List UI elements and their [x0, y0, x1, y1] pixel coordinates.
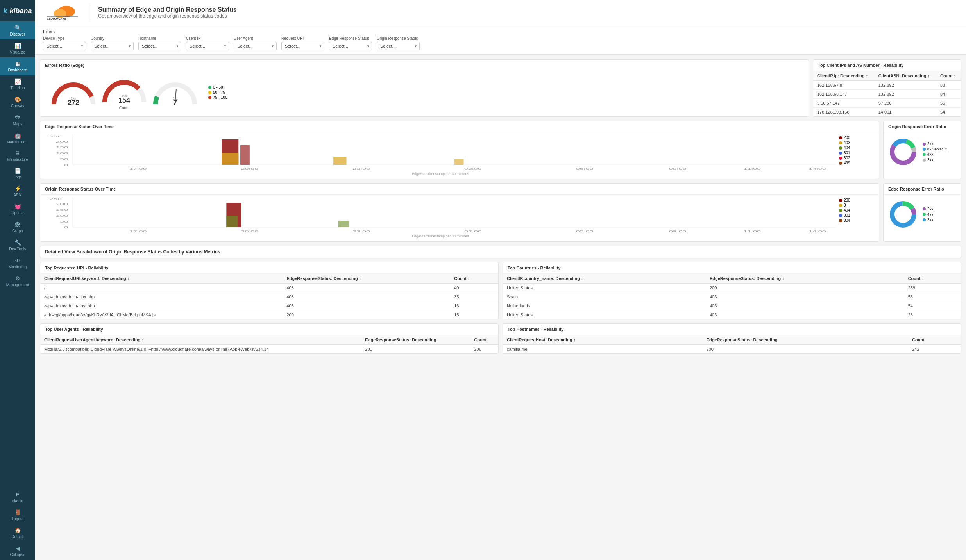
- th-count-uri: Count ↕: [450, 274, 498, 284]
- legend-302: 302: [839, 156, 874, 160]
- legend-0-origin: 0: [839, 203, 874, 207]
- filter-edge-response: Edge Response Status Select...: [329, 36, 372, 50]
- default-icon: 🏠: [14, 527, 21, 533]
- th-count-country: Count ↕: [904, 274, 961, 284]
- sidebar: kkibana 🔍 Discover 📊 Visualize ▦ Dashboa…: [0, 0, 35, 560]
- table-cell: 132,892: [875, 81, 936, 90]
- filter-select-origin-response[interactable]: Select...: [377, 42, 420, 50]
- filter-select-client-ip[interactable]: Select...: [186, 42, 229, 50]
- sidebar-label-timelion: Timelion: [10, 86, 25, 90]
- filter-select-edge-response[interactable]: Select...: [329, 42, 372, 50]
- top-user-agents-panel: Top User Agents - Reliability ClientRequ…: [40, 323, 499, 354]
- top-hostnames-title: Top Hostnames - Reliability: [503, 324, 961, 335]
- sidebar-item-graph[interactable]: 🕸 Graph: [0, 218, 35, 236]
- sidebar-label-management: Management: [6, 283, 29, 287]
- top-user-agents-title: Top User Agents - Reliability: [40, 324, 498, 335]
- sidebar-label-ml: Machine Le...: [7, 140, 28, 144]
- edge-status-title: Edge Response Status Over Time: [40, 121, 879, 132]
- filters-label: Filters: [43, 29, 958, 34]
- sidebar-item-maps[interactable]: 🗺 Maps: [0, 111, 35, 129]
- hostnames-table-header: ClientRequestHost: Descending ↕ EdgeResp…: [503, 335, 961, 345]
- gauge-2xx: 2xx 272: [48, 77, 99, 108]
- sidebar-item-ml[interactable]: 🤖 Machine Le...: [0, 129, 35, 147]
- gauge-3xx-svg: 3xx 7: [150, 77, 200, 108]
- dashboard-content: Errors Ratio (Edge) 2xx 272: [35, 55, 966, 560]
- svg-text:154: 154: [118, 96, 130, 104]
- legend-label-75-100: 75 - 100: [213, 95, 227, 100]
- sidebar-item-visualize[interactable]: 📊 Visualize: [0, 39, 35, 57]
- sidebar-item-uptime[interactable]: 💓 Uptime: [0, 200, 35, 218]
- sidebar-label-logout: Logout: [12, 517, 24, 521]
- table-cell: 57,286: [875, 99, 936, 108]
- errors-ratio-panel: Errors Ratio (Edge) 2xx 272: [40, 59, 809, 117]
- svg-text:02:00: 02:00: [464, 230, 482, 233]
- filter-user-agent: User Agent Select...: [234, 36, 277, 50]
- sidebar-item-management[interactable]: ⚙ Management: [0, 272, 35, 290]
- edge-chart-content: 0 50 100 150 200 250: [45, 136, 874, 176]
- edge-chart-legend: 200 403 404 301 302 499: [839, 136, 874, 176]
- svg-rect-21: [222, 153, 238, 165]
- top-uri-tbody: /40340/wp-admin/admin-ajax.php40335/wp-a…: [40, 284, 498, 319]
- svg-rect-2: [47, 16, 78, 16]
- sidebar-item-apm[interactable]: ⚡ APM: [0, 182, 35, 200]
- table-cell: 162.158.68.147: [813, 90, 875, 99]
- table-row: /cdn-cgi/apps/head/xVgyKhR-vV3dAUGhMqfBc…: [40, 310, 498, 319]
- filter-select-country[interactable]: Select...: [91, 42, 134, 50]
- table-row: United States40328: [503, 310, 961, 319]
- table-cell: 35: [450, 292, 498, 301]
- origin-chart-x-label: EdgeStartTimestamp per 30 minutes: [45, 234, 836, 238]
- sidebar-item-canvas[interactable]: 🎨 Canvas: [0, 93, 35, 111]
- table-cell: 5.56.57.147: [813, 99, 875, 108]
- visualize-icon: 📊: [14, 43, 21, 49]
- table-cell: 206: [470, 345, 499, 354]
- filter-hostname: Hostname Select...: [138, 36, 181, 50]
- sidebar-item-monitoring[interactable]: 👁 Monitoring: [0, 254, 35, 272]
- origin-donut-chart: [887, 136, 919, 168]
- table-cell: 200: [703, 345, 909, 354]
- dashboard-title: Summary of Edge and Origin Response Stat…: [98, 6, 237, 13]
- filter-label-user-agent: User Agent: [234, 36, 277, 41]
- svg-text:05:00: 05:00: [576, 167, 594, 170]
- sidebar-item-discover[interactable]: 🔍 Discover: [0, 21, 35, 39]
- sidebar-label-maps: Maps: [13, 122, 22, 126]
- filter-select-device[interactable]: Select...: [43, 42, 86, 50]
- legend-75-100: 75 - 100: [208, 95, 227, 100]
- sidebar-item-logout[interactable]: 🚪 Logout: [0, 506, 35, 524]
- filter-label-request-uri: Request URI: [281, 36, 324, 41]
- table-cell: /wp-admin/admin-ajax.php: [40, 292, 283, 301]
- edge-donut-chart: [887, 199, 919, 230]
- uptime-icon: 💓: [14, 203, 21, 210]
- sidebar-item-infrastructure[interactable]: 🖥 Infrastructure: [0, 147, 35, 164]
- th-client-ip: ClientIP.ip: Descending ↕: [813, 71, 875, 81]
- legend-304-origin: 304: [839, 218, 874, 223]
- table-cell: Netherlands: [503, 301, 706, 310]
- sidebar-item-dashboard[interactable]: ▦ Dashboard: [0, 57, 35, 75]
- th-country: ClientIP.country_name: Descending ↕: [503, 274, 706, 284]
- th-count-ua: Count: [470, 335, 499, 345]
- sidebar-item-collapse[interactable]: ◀ Collapse: [0, 542, 35, 560]
- apm-icon: ⚡: [14, 185, 21, 192]
- sidebar-item-default[interactable]: 🏠 Default: [0, 524, 35, 542]
- filter-select-request-uri[interactable]: Select...: [281, 42, 324, 50]
- kibana-logo: kkibana: [3, 4, 32, 21]
- ua-table-header: ClientRequestUserAgent.keyword: Descendi…: [40, 335, 498, 345]
- svg-text:11:00: 11:00: [743, 230, 761, 233]
- origin-status-panel: Origin Response Status Over Time 0 50 10…: [40, 183, 879, 242]
- svg-text:250: 250: [49, 198, 62, 201]
- cloudflare-logo-area: CLOUDFLARE: [43, 5, 90, 20]
- filter-device-type: Device Type Select...: [43, 36, 86, 50]
- row-5: Top User Agents - Reliability ClientRequ…: [40, 323, 961, 354]
- sidebar-label-apm: APM: [13, 193, 22, 197]
- filter-select-user-agent[interactable]: Select...: [234, 42, 277, 50]
- sidebar-item-logs[interactable]: 📄 Logs: [0, 164, 35, 182]
- table-cell: 403: [283, 292, 450, 301]
- sidebar-item-elastic[interactable]: E elastic: [0, 489, 35, 506]
- filter-label-country: Country: [91, 36, 134, 41]
- sidebar-item-timelion[interactable]: 📈 Timelion: [0, 75, 35, 93]
- table-cell: 56: [904, 292, 961, 301]
- sidebar-item-devtools[interactable]: 🔧 Dev Tools: [0, 236, 35, 254]
- table-row: 162.158.67.8132,89288: [813, 81, 961, 90]
- svg-text:20:00: 20:00: [241, 230, 259, 233]
- top-countries-table: ClientIP.country_name: Descending ↕ Edge…: [503, 274, 961, 319]
- filter-select-hostname[interactable]: Select...: [138, 42, 181, 50]
